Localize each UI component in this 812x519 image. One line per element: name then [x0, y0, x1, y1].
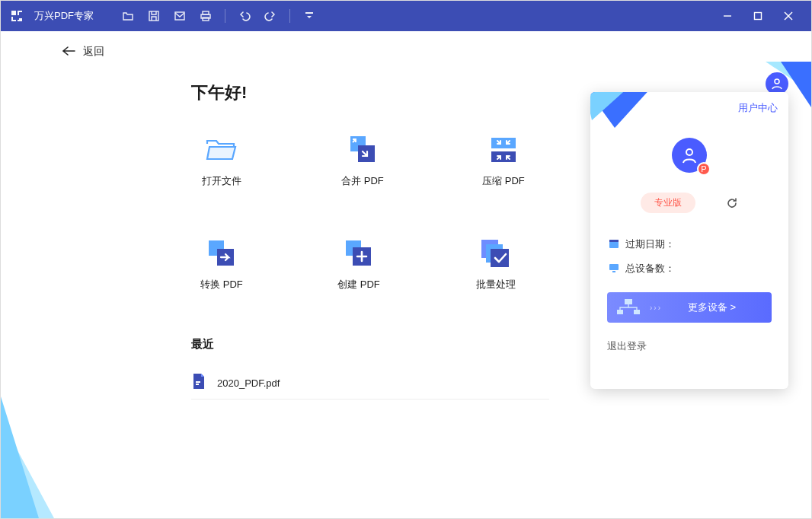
back-label: 返回 [83, 45, 104, 59]
back-arrow-icon [62, 46, 75, 59]
recent-file-item[interactable]: 2020_PDF.pdf [191, 367, 549, 400]
close-button[interactable] [773, 1, 804, 31]
more-devices-label: 更多设备 > [688, 301, 736, 314]
svg-rect-31 [617, 310, 623, 314]
action-batch-process[interactable]: 批量处理 [465, 238, 526, 291]
svg-rect-32 [634, 310, 640, 314]
user-center-link[interactable]: 用户中心 [738, 101, 778, 115]
expiry-row: 过期日期： [609, 237, 788, 251]
print-icon[interactable] [194, 5, 217, 27]
logout-link[interactable]: 退出登录 [607, 339, 788, 353]
svg-point-25 [686, 149, 692, 155]
svg-rect-30 [625, 299, 632, 304]
action-compress-pdf[interactable]: 压缩 PDF [473, 135, 534, 188]
recent-filename: 2020_PDF.pdf [217, 377, 280, 389]
svg-rect-5 [305, 12, 313, 14]
more-devices-button[interactable]: ››› 更多设备 > [607, 292, 772, 323]
svg-rect-21 [491, 249, 509, 267]
action-convert-pdf[interactable]: 转换 PDF [191, 238, 252, 291]
svg-rect-28 [609, 264, 619, 270]
action-create-pdf[interactable]: 创建 PDF [328, 238, 389, 291]
arrows-icon: ››› [650, 304, 673, 312]
create-icon [341, 238, 376, 269]
svg-rect-1 [175, 12, 184, 20]
svg-rect-13 [491, 151, 516, 162]
svg-rect-23 [196, 384, 199, 385]
refresh-icon[interactable] [726, 197, 738, 209]
action-label: 合并 PDF [341, 174, 384, 188]
user-panel: 用户中心 P 专业版 过期日期： 总设备数： [590, 92, 788, 389]
action-label: 转换 PDF [200, 278, 243, 291]
main-content: 返回 下午好! 打开文件 合并 PDF 压缩 PDF OCR PDF [1, 31, 811, 518]
window-controls [712, 1, 804, 31]
svg-point-24 [775, 79, 779, 84]
svg-rect-29 [612, 271, 615, 272]
svg-rect-0 [149, 11, 158, 21]
account-info: 过期日期： 总设备数： [609, 237, 788, 275]
svg-rect-12 [491, 138, 516, 148]
action-label: 打开文件 [202, 174, 241, 188]
customize-toolbar-icon[interactable] [298, 5, 321, 27]
devices-row: 总设备数： [609, 262, 788, 275]
svg-rect-22 [196, 381, 200, 383]
maximize-button[interactable] [743, 1, 773, 31]
monitor-icon [609, 263, 619, 275]
expiry-label: 过期日期： [625, 237, 675, 251]
pro-badge: P [697, 162, 711, 176]
back-button[interactable]: 返回 [1, 31, 811, 59]
folder-open-icon [204, 135, 239, 165]
save-icon[interactable] [142, 5, 165, 27]
panel-header: 用户中心 [590, 92, 788, 123]
svg-rect-7 [755, 13, 762, 20]
calendar-icon [609, 238, 619, 251]
app-logo [8, 8, 25, 24]
devices-label: 总设备数： [625, 262, 675, 275]
avatar-container: P [590, 138, 788, 173]
action-merge-pdf[interactable]: 合并 PDF [332, 135, 393, 188]
title-bar: 万兴PDF专家 [1, 1, 811, 31]
decoration-bottom-left [1, 396, 85, 518]
merge-icon [345, 135, 380, 165]
svg-rect-4 [203, 18, 209, 21]
devices-network-icon [607, 292, 650, 323]
open-icon[interactable] [117, 5, 139, 27]
convert-icon [204, 238, 239, 269]
plan-pill: 专业版 [641, 193, 695, 213]
mail-icon[interactable] [168, 5, 191, 27]
action-label: 压缩 PDF [482, 174, 525, 188]
undo-icon[interactable] [233, 5, 256, 27]
app-title: 万兴PDF专家 [34, 9, 94, 23]
action-label: 创建 PDF [337, 278, 380, 291]
plan-row: 专业版 [590, 193, 788, 213]
compress-icon [486, 135, 521, 165]
redo-icon[interactable] [259, 5, 282, 27]
pdf-file-icon [191, 373, 206, 393]
quick-toolbar [117, 5, 321, 27]
batch-icon [478, 238, 513, 269]
minimize-button[interactable] [712, 1, 743, 31]
action-label: 批量处理 [476, 278, 516, 291]
action-open-file[interactable]: 打开文件 [191, 135, 252, 188]
svg-rect-27 [609, 240, 619, 242]
